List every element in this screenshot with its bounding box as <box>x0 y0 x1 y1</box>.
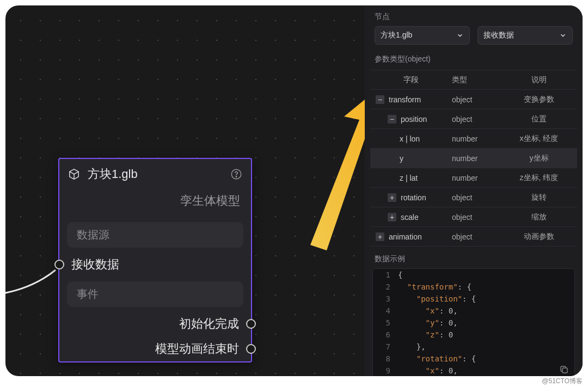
chevron-down-icon <box>559 32 567 39</box>
table-row[interactable]: +rotationobject旋转 <box>370 188 577 207</box>
param-table: 字段 类型 说明 −transformobject变换参数−positionob… <box>370 70 577 247</box>
port-receive-data[interactable]: 接收数据 <box>59 252 251 277</box>
field-type: object <box>452 193 506 202</box>
editor-viewport: 方块1.glb 孪生体模型 数据源 接收数据 事件 初始化完成 模型动画结束时 <box>5 5 583 376</box>
field-name: animation <box>389 232 422 241</box>
table-row[interactable]: −transformobject变换参数 <box>370 90 577 109</box>
field-desc: 旋转 <box>506 193 577 202</box>
field-type: object <box>452 115 506 124</box>
field-type: number <box>452 154 506 163</box>
field-desc: y坐标 <box>506 153 577 163</box>
field-name: scale <box>401 213 419 222</box>
expand-icon[interactable]: + <box>388 193 396 202</box>
label-node: 节点 <box>365 12 583 26</box>
help-icon[interactable] <box>230 168 242 180</box>
code-line: 9 "x": 0, <box>373 365 574 376</box>
node-header[interactable]: 方块1.glb <box>59 159 251 189</box>
field-type: object <box>452 232 506 241</box>
field-name: y <box>400 154 403 163</box>
field-type: number <box>452 174 506 182</box>
field-name: z | lat <box>400 174 418 182</box>
section-events: 事件 <box>67 281 243 307</box>
field-desc: 缩放 <box>506 212 577 222</box>
section-data-source: 数据源 <box>67 222 243 248</box>
select-action-value: 接收数据 <box>483 30 514 40</box>
code-line: 5 "y": 0, <box>373 317 574 329</box>
table-row[interactable]: ynumbery坐标 <box>370 149 577 168</box>
field-name: position <box>401 115 427 124</box>
field-desc: x坐标, 经度 <box>506 134 577 144</box>
code-line: 1{ <box>373 269 574 281</box>
table-row[interactable]: z | latnumberz坐标, 纬度 <box>370 168 577 188</box>
table-row[interactable]: −positionobject位置 <box>370 109 577 129</box>
code-line: 3 "position": { <box>373 293 574 305</box>
code-line: 7 }, <box>373 341 574 353</box>
field-desc: 位置 <box>506 114 577 124</box>
node-canvas[interactable]: 方块1.glb 孪生体模型 数据源 接收数据 事件 初始化完成 模型动画结束时 <box>5 5 365 376</box>
select-action-dropdown[interactable]: 接收数据 <box>477 26 573 45</box>
code-line: 4 "x": 0, <box>373 305 574 317</box>
source-credit: @51CTO博客 <box>542 377 583 386</box>
collapse-icon[interactable]: − <box>376 95 384 104</box>
port-init-complete[interactable]: 初始化完成 <box>59 311 251 336</box>
table-row[interactable]: +scaleobject缩放 <box>370 207 577 227</box>
expand-icon[interactable]: + <box>388 213 396 222</box>
field-name: rotation <box>401 193 426 202</box>
field-type: object <box>452 95 506 104</box>
node-title: 方块1.glb <box>88 166 223 182</box>
chevron-down-icon <box>456 32 464 39</box>
label-param-type: 参数类型(object) <box>365 51 583 70</box>
code-line: 2 "transform": { <box>373 281 574 293</box>
node-block[interactable]: 方块1.glb 孪生体模型 数据源 接收数据 事件 初始化完成 模型动画结束时 <box>58 158 252 363</box>
field-desc: 动画参数 <box>506 232 577 242</box>
cube-icon <box>68 168 80 180</box>
code-line: 8 "rotation": { <box>373 353 574 365</box>
code-example: 1{2 "transform": {3 "position": {4 "x": … <box>372 268 575 376</box>
port-animation-end[interactable]: 模型动画结束时 <box>59 336 251 361</box>
field-type: object <box>452 213 506 222</box>
collapse-icon[interactable]: − <box>388 115 396 124</box>
connection-wire <box>5 256 60 299</box>
field-name: transform <box>389 95 421 104</box>
label-data-example: 数据示例 <box>365 247 583 268</box>
field-desc: z坐标, 纬度 <box>506 173 577 183</box>
copy-icon[interactable] <box>559 365 569 374</box>
select-node-value: 方块1.glb <box>381 30 412 40</box>
table-row[interactable]: x | lonnumberx坐标, 经度 <box>370 129 577 149</box>
svg-point-1 <box>236 176 236 177</box>
table-row[interactable]: +animationobject动画参数 <box>370 227 577 247</box>
field-desc: 变换参数 <box>506 95 577 105</box>
field-name: x | lon <box>400 134 420 143</box>
inspector-panel: 节点 方块1.glb 接收数据 参数类型(object) 字段 类型 说明 −t… <box>365 5 583 376</box>
table-header: 字段 类型 说明 <box>370 70 577 90</box>
code-line: 6 "z": 0 <box>373 329 574 341</box>
select-node-dropdown[interactable]: 方块1.glb <box>375 26 470 45</box>
svg-rect-3 <box>562 368 567 373</box>
expand-icon[interactable]: + <box>376 232 384 241</box>
field-type: number <box>452 134 506 143</box>
node-subtitle: 孪生体模型 <box>59 189 251 218</box>
